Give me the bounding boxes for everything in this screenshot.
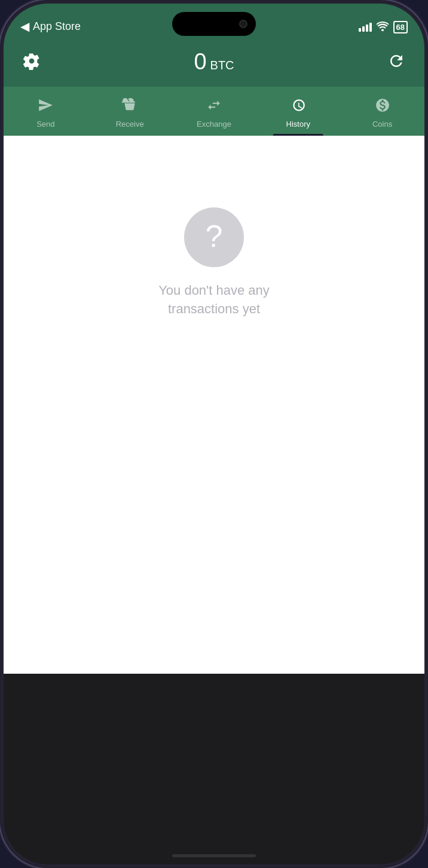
- empty-state-message: You don't have any transactions yet: [158, 282, 270, 319]
- tab-history-label: History: [286, 120, 310, 129]
- empty-state-icon: ?: [184, 207, 244, 267]
- receive-icon: [122, 97, 137, 117]
- battery-indicator: 68: [393, 21, 408, 33]
- coins-icon: [375, 97, 390, 117]
- send-icon: [38, 97, 53, 117]
- back-chevron-icon: ◀: [20, 19, 29, 33]
- tab-send-label: Send: [36, 120, 54, 129]
- refresh-button[interactable]: [385, 50, 408, 74]
- tab-send[interactable]: Send: [4, 91, 88, 136]
- tab-exchange[interactable]: Exchange: [172, 91, 256, 136]
- history-icon: [291, 97, 306, 117]
- wifi-icon: [377, 22, 389, 33]
- tab-coins-label: Coins: [372, 120, 392, 129]
- gear-icon: [23, 52, 41, 70]
- header-balance: 0 BTC: [194, 49, 234, 75]
- back-label: App Store: [33, 20, 81, 33]
- exchange-icon: [206, 97, 222, 117]
- phone-screen: ◀ App Store 22:22: [4, 4, 424, 864]
- tab-coins[interactable]: Coins: [340, 91, 424, 136]
- battery-level: 68: [396, 23, 405, 32]
- phone-frame: ◀ App Store 22:22: [0, 0, 428, 868]
- empty-message-line2: transactions yet: [168, 301, 260, 316]
- tab-receive-label: Receive: [116, 120, 144, 129]
- settings-button[interactable]: [20, 50, 43, 74]
- balance-amount: 0: [194, 49, 206, 75]
- signal-bars: [359, 23, 372, 32]
- signal-bar-4: [369, 23, 372, 32]
- signal-bar-2: [362, 26, 365, 32]
- tab-history[interactable]: History: [256, 91, 340, 136]
- signal-bar-3: [366, 25, 368, 32]
- tab-receive[interactable]: Receive: [88, 91, 172, 136]
- tab-exchange-label: Exchange: [197, 120, 231, 129]
- signal-bar-1: [359, 28, 361, 32]
- empty-message-line1: You don't have any: [158, 283, 270, 298]
- nav-tabs: Send Receive Exchange: [4, 87, 424, 136]
- camera-dot: [239, 20, 247, 28]
- balance-currency: BTC: [210, 59, 234, 72]
- refresh-icon: [387, 52, 405, 70]
- question-mark-icon: ?: [206, 221, 223, 252]
- back-button[interactable]: ◀ App Store: [20, 19, 81, 33]
- main-content: ? You don't have any transactions yet: [4, 136, 424, 674]
- app-header: 0 BTC: [4, 39, 424, 87]
- empty-state: ? You don't have any transactions yet: [158, 207, 270, 319]
- status-icons: 68: [359, 21, 408, 33]
- home-indicator: [172, 854, 256, 857]
- dynamic-island: [172, 12, 256, 36]
